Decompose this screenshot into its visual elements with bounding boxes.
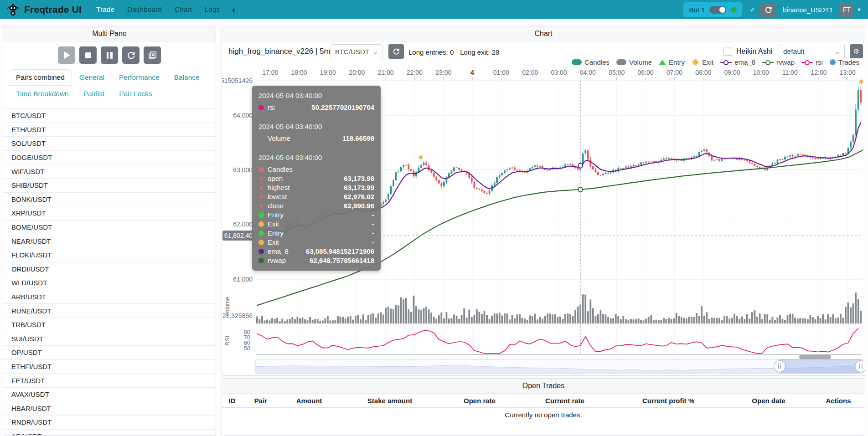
tooltip-section: 2024-05-04 03:40:00Volume118.66598 — [258, 122, 374, 143]
svg-text:515051426: 515051426 — [222, 77, 253, 84]
navbar-refresh-button[interactable] — [760, 3, 776, 17]
series-dot-icon — [260, 195, 263, 198]
chart-settings-button[interactable]: ⚙ — [850, 44, 863, 58]
tooltip-label: Entry — [268, 210, 368, 220]
tab-balance[interactable]: Balance — [167, 69, 207, 86]
tab-general[interactable]: General — [72, 69, 112, 86]
pair-list-item[interactable]: TRB/USDT — [3, 318, 216, 332]
bot-controls — [3, 41, 216, 65]
legend-label: Exit — [702, 58, 713, 66]
bot-online-toggle[interactable] — [709, 6, 726, 14]
heikin-ashi-checkbox[interactable] — [723, 47, 732, 56]
pair-list-item[interactable]: RNDR/USDT — [3, 415, 216, 430]
pause-button[interactable] — [101, 46, 118, 64]
tab-pairlist[interactable]: Pairlist — [76, 86, 112, 102]
pair-list-item[interactable]: RUNE/USDT — [3, 304, 216, 318]
legend-line-circle-icon — [801, 60, 813, 65]
legend-item-ema-8[interactable]: ema_8 — [720, 58, 755, 66]
column-header-open-date: Open date — [725, 397, 812, 405]
bot-selector[interactable]: Bot 1 — [683, 2, 742, 17]
tooltip-value: - — [372, 229, 374, 238]
column-header-current-rate: Current rate — [518, 397, 611, 405]
tooltip-time: 2024-05-04 03:40:00 — [258, 122, 374, 131]
nav-item-logs[interactable]: Logs — [205, 5, 220, 14]
strategy-title: high_frog_binance_v226 | 5m — [228, 47, 331, 56]
main-nav: TradeDashboardChartLogs — [96, 5, 220, 14]
svg-text:05:00: 05:00 — [609, 69, 625, 76]
reload-bot-button[interactable] — [122, 46, 140, 64]
pair-list-item[interactable]: AVAX/USDT — [3, 388, 216, 402]
legend-diamond-icon — [692, 59, 699, 66]
pair-list-item[interactable]: SOL/USDT — [3, 137, 216, 151]
tab-time-breakdown[interactable]: Time Breakdown — [9, 86, 76, 102]
pair-list-item[interactable]: XRP/USDT — [3, 206, 216, 221]
pair-list-item[interactable]: ARB/USDT — [3, 290, 216, 304]
user-avatar[interactable]: FT — [840, 3, 854, 17]
pair-list-item[interactable]: AR/USDT — [3, 430, 216, 436]
pair-list-item[interactable]: SUI/USDT — [3, 332, 216, 346]
tooltip-value: - — [372, 238, 374, 247]
tooltip-section: 2024-05-04 03:40:00Candlesopen63,173.98h… — [258, 153, 374, 265]
pair-list-item[interactable]: ETH/USDT — [3, 123, 216, 137]
legend-label: rsi — [816, 58, 823, 66]
chart-refresh-button[interactable] — [388, 44, 404, 59]
tooltip-row: ema_863,085.948152171906 — [258, 247, 374, 256]
pair-list-item[interactable]: FLOKI/USDT — [3, 248, 216, 262]
pair-list-item[interactable]: ETHFI/USDT — [3, 360, 216, 374]
tooltip-value: 62,648.75785661418 — [310, 256, 374, 265]
tooltip-row: close62,990.96 — [258, 201, 374, 210]
stop-button[interactable] — [79, 46, 97, 64]
nav-item-trade[interactable]: Trade — [96, 5, 114, 14]
pair-list-item[interactable]: WLD/USDT — [3, 276, 216, 290]
series-dot-icon — [258, 221, 264, 227]
tab-pair-locks[interactable]: Pair Locks — [112, 86, 159, 102]
theme-toggle-icon[interactable]: ◐ — [232, 5, 237, 14]
plot-config-value: default — [783, 47, 805, 56]
nav-item-chart[interactable]: Chart — [175, 5, 192, 14]
svg-text:20:00: 20:00 — [349, 69, 365, 76]
tooltip-label: ema_8 — [268, 247, 302, 256]
svg-text:63,000: 63,000 — [233, 166, 253, 174]
pair-list-item[interactable]: WIF/USDT — [3, 164, 216, 179]
pair-list-item[interactable]: BONK/USDT — [3, 193, 216, 207]
tab-row-2: Time BreakdownPairlistPair Locks — [3, 86, 216, 102]
svg-text:06:00: 06:00 — [637, 69, 653, 76]
tooltip-row: open63,173.98 — [258, 174, 374, 183]
legend-item-exit[interactable]: Exit — [692, 58, 713, 66]
apply-check-icon[interactable]: ✓ — [749, 5, 755, 14]
svg-text:4: 4 — [470, 69, 474, 76]
long-exit-label: Long exit: 28 — [460, 48, 499, 56]
tooltip-row: Volume118.66598 — [258, 134, 374, 143]
pair-list-item[interactable]: NEAR/USDT — [3, 234, 216, 248]
pair-list-item[interactable]: BTC/USDT — [3, 109, 216, 123]
chart-panel-title: Chart — [534, 30, 552, 38]
tab-pairs-combined[interactable]: Pairs combined — [9, 69, 72, 86]
pair-list-item[interactable]: BOME/USDT — [3, 221, 216, 235]
play-button[interactable] — [58, 46, 75, 64]
nav-item-dashboard[interactable]: Dashboard — [127, 5, 162, 14]
svg-text:07:00: 07:00 — [666, 69, 682, 76]
svg-text:03:00: 03:00 — [551, 69, 567, 76]
tooltip-value: 63,173.98 — [344, 174, 374, 183]
heikin-ashi-label: Heikin Ashi — [736, 47, 772, 56]
tab-performance[interactable]: Performance — [112, 69, 167, 86]
pair-list-item[interactable]: OP/USDT — [3, 346, 216, 360]
tooltip-value: 62,976.02 — [344, 192, 374, 201]
legend-item-candles[interactable]: Candles — [572, 58, 610, 66]
pair-list-item[interactable]: FET/USDT — [3, 374, 216, 388]
avatar-caret-icon[interactable]: ▼ — [857, 7, 862, 12]
legend-item-rvwap[interactable]: rvwap — [762, 58, 795, 66]
legend-item-entry[interactable]: Entry — [659, 58, 685, 66]
tooltip-label: rsi — [268, 103, 308, 112]
pair-list-item[interactable]: HBAR/USDT — [3, 401, 216, 415]
pair-list-item[interactable]: ORDI/USDT — [3, 262, 216, 277]
pair-list-item[interactable]: SHIB/USDT — [3, 179, 216, 193]
pair-list-item[interactable]: DOGE/USDT — [3, 151, 216, 165]
legend-item-volume[interactable]: Volume — [616, 58, 652, 66]
legend-item-rsi[interactable]: rsi — [801, 58, 823, 66]
legend-item-trades[interactable]: Trades — [830, 58, 859, 66]
forget-chart-button[interactable] — [144, 46, 161, 64]
svg-text:50: 50 — [244, 345, 250, 352]
plot-config-select[interactable]: default ⌄ — [779, 44, 845, 59]
stop-icon — [85, 52, 91, 58]
